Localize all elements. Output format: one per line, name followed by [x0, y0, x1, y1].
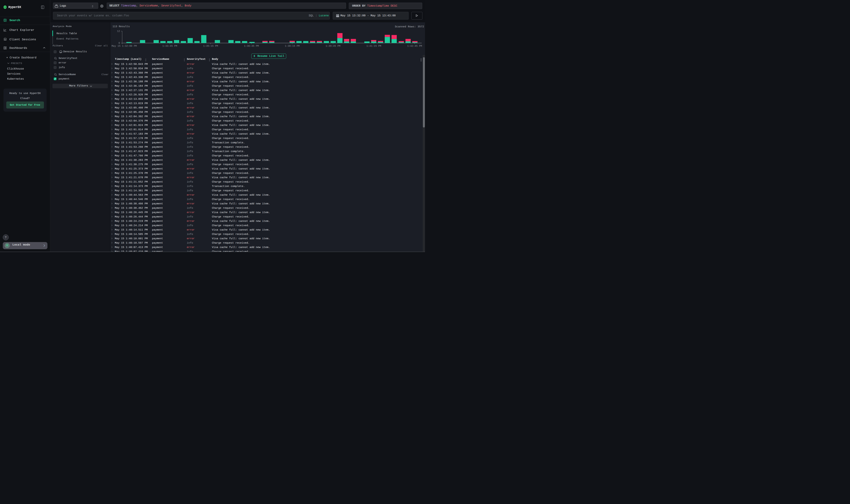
svg-text:0: 0	[119, 42, 120, 44]
svg-text:1:42:45 PM: 1:42:45 PM	[407, 44, 422, 48]
svg-text:1:38:15 PM: 1:38:15 PM	[285, 44, 300, 48]
svg-text:1:36:45 PM: 1:36:45 PM	[244, 44, 259, 48]
svg-text:1:39:45 PM: 1:39:45 PM	[326, 44, 340, 48]
svg-text:12: 12	[117, 30, 120, 33]
svg-text:May 15 1:32:00 PM: May 15 1:32:00 PM	[112, 44, 137, 48]
svg-text:1:35:15 PM: 1:35:15 PM	[203, 44, 218, 48]
svg-text:1:41:15 PM: 1:41:15 PM	[366, 44, 381, 48]
svg-text:1:33:45 PM: 1:33:45 PM	[162, 44, 177, 48]
